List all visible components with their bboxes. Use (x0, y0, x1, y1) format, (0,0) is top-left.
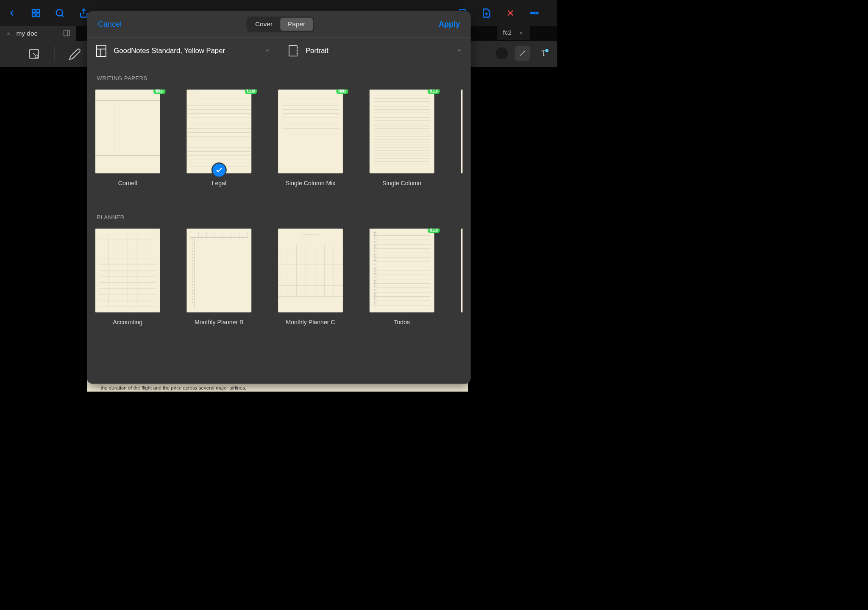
template-todos[interactable]: Todos (370, 228, 434, 326)
chevron-down-icon (456, 47, 462, 55)
tab-secondary[interactable]: fc2 ✕ (498, 25, 530, 40)
orientation-icon (287, 45, 299, 57)
keyboard-badge-icon (245, 89, 257, 94)
close-x-icon[interactable] (504, 6, 517, 19)
svg-line-19 (520, 50, 525, 56)
template-accounting[interactable]: Accounting (95, 228, 160, 326)
svg-point-21 (545, 49, 549, 53)
orientation-dropdown[interactable]: Portrait (279, 38, 471, 64)
text-tool[interactable]: T (537, 46, 552, 61)
svg-rect-14 (64, 30, 70, 36)
section-planner: PLANNER (95, 214, 463, 220)
template-set-dropdown[interactable]: GoodNotes Standard, Yellow Paper (87, 38, 279, 64)
svg-rect-25 (289, 45, 297, 56)
template-scroll-area[interactable]: WRITING PAPERS Cornell (87, 64, 470, 384)
segment-cover[interactable]: Cover (248, 17, 280, 31)
add-page-icon[interactable] (480, 6, 493, 19)
svg-point-13 (537, 12, 538, 14)
more-icon[interactable] (528, 6, 541, 19)
template-partial-5[interactable] (461, 89, 463, 187)
template-cornell[interactable]: Cornell (95, 89, 160, 187)
template-monthly-planner-b[interactable]: Monthly Planner B (186, 228, 251, 326)
selected-check-icon (211, 162, 227, 178)
back-icon[interactable] (6, 6, 19, 19)
svg-rect-22 (97, 45, 106, 56)
template-label: Monthly Planner B (195, 319, 243, 326)
writing-papers-grid: Cornell Legal Single Column Mix (95, 89, 463, 187)
svg-point-12 (534, 12, 535, 14)
chevron-down-icon (264, 47, 270, 55)
template-label: Single Column (382, 180, 421, 187)
modal-header: Cancel Cover Paper Apply (87, 11, 470, 38)
svg-rect-2 (37, 14, 40, 17)
cornell-thumb (95, 89, 160, 173)
legal-thumb (186, 89, 251, 173)
tab-title-2: fc2 (503, 29, 512, 36)
template-label: Cornell (118, 180, 137, 187)
svg-line-18 (33, 53, 35, 55)
planner-grid: Accounting Monthly Planner B (95, 228, 463, 326)
tab-close-icon[interactable]: ✕ (6, 30, 12, 36)
partial-thumb (461, 89, 463, 173)
template-set-label: GoodNotes Standard, Yellow Paper (114, 47, 258, 55)
orientation-label: Portrait (306, 47, 450, 55)
color-tool[interactable] (495, 47, 508, 60)
template-icon (95, 45, 107, 57)
tab-title: my doc (17, 30, 61, 37)
tab-layout-icon[interactable] (63, 29, 70, 38)
apply-button[interactable]: Apply (439, 20, 460, 29)
search-icon[interactable] (53, 6, 67, 19)
monthly-b-thumb (186, 228, 251, 312)
svg-rect-3 (32, 14, 35, 17)
template-label: Todos (394, 319, 410, 326)
template-single-column[interactable]: Single Column (370, 89, 434, 187)
template-monthly-planner-c[interactable]: Monthly Planner C (278, 228, 343, 326)
template-single-column-mix[interactable]: Single Column Mix (278, 89, 343, 187)
partial-thumb (461, 228, 463, 312)
shape-tool[interactable] (515, 46, 530, 61)
template-label: Legal (212, 180, 227, 187)
template-label: Accounting (113, 319, 142, 326)
tab-active[interactable]: ✕ my doc (0, 26, 76, 41)
tab-close-icon-2[interactable]: ✕ (518, 29, 524, 36)
template-label: Monthly Planner C (286, 319, 335, 326)
template-legal[interactable]: Legal (186, 89, 251, 187)
single-column-thumb (370, 89, 434, 173)
selector-bar: GoodNotes Standard, Yellow Paper Portrai… (87, 38, 470, 64)
svg-rect-1 (37, 9, 40, 12)
pen-icon[interactable] (68, 47, 82, 61)
template-partial-6[interactable] (461, 228, 463, 326)
accounting-thumb (95, 228, 160, 312)
svg-rect-0 (32, 9, 35, 12)
keyboard-badge-icon (153, 89, 165, 94)
cover-paper-segment: Cover Paper (246, 17, 314, 32)
svg-point-17 (35, 55, 38, 58)
monthly-c-thumb (278, 228, 343, 312)
cancel-button[interactable]: Cancel (98, 20, 122, 29)
zoom-box-icon[interactable] (27, 47, 41, 61)
svg-line-5 (62, 15, 64, 17)
segment-paper[interactable]: Paper (280, 17, 313, 31)
svg-point-4 (56, 9, 63, 16)
section-writing-papers: WRITING PAPERS (95, 75, 463, 81)
todos-thumb (370, 228, 434, 312)
svg-point-11 (531, 12, 532, 14)
keyboard-badge-icon (337, 89, 348, 94)
template-label: Single Column Mix (286, 180, 336, 187)
single-column-mix-thumb (278, 89, 343, 173)
template-picker-modal: Cancel Cover Paper Apply GoodNotes Stand… (87, 11, 470, 384)
right-tools: fc2 ✕ T (495, 46, 552, 61)
doc-visible-text: the duration of the flight and the price… (87, 382, 468, 392)
apps-icon[interactable] (29, 6, 42, 19)
